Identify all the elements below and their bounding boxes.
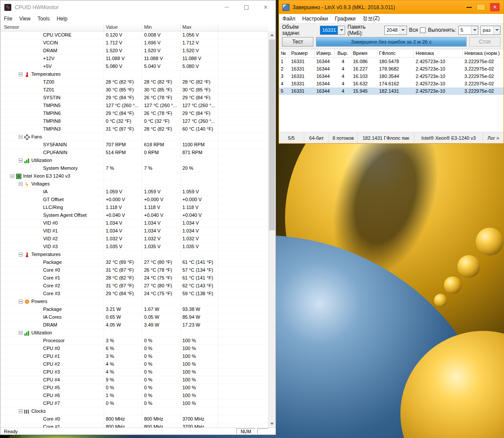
sensor-row[interactable]: TMPIN5127 °C (260 °...127 °C (260 °...12… [0, 102, 268, 110]
linx-close-button[interactable] [490, 3, 500, 11]
result-row[interactable]: 41633116344416.632174.61622.425723e-103.… [279, 80, 504, 88]
sensor-row[interactable]: Package32 °C (89 °F)27 °C (80 °F)61 °C (… [0, 259, 268, 266]
sensor-row[interactable]: Intel Xeon E3 1240 v3 [0, 172, 268, 180]
all-memory-checkbox[interactable] [420, 27, 426, 33]
expand-collapse-box[interactable] [19, 158, 23, 162]
task-size-combo[interactable]: 16331 [320, 26, 345, 35]
sensor-row[interactable]: CPU #50 %0 %100 % [0, 384, 268, 392]
sensor-row[interactable]: Powers [0, 298, 268, 306]
column-header-value[interactable]: Value [104, 24, 142, 31]
header-time[interactable]: Время [351, 49, 377, 57]
sensor-row[interactable]: System Memory7 %7 %20 % [0, 165, 268, 172]
sensor-row[interactable]: Utilization [0, 329, 268, 337]
sensor-row[interactable]: Core #329 °C (84 °F)24 °C (75 °F)59 °C (… [0, 290, 268, 298]
menu-file-ru[interactable]: Файл [279, 16, 299, 22]
sensor-row[interactable]: GT Offset+0.000 V+0.000 V+0.000 V [0, 196, 268, 204]
sensor-row[interactable]: TZ0130 °C (85 °F)30 °C (85 °F)30 °C (85 … [0, 86, 268, 94]
hwmonitor-titlebar[interactable]: CPUID HWMonitor [0, 0, 276, 14]
sensor-row[interactable]: Utilization [0, 157, 268, 165]
stop-button[interactable]: Стоп [469, 37, 501, 47]
dropdown-arrow-icon[interactable] [338, 26, 345, 34]
result-row[interactable]: 21633116344416.227178.96822.425723e-103.… [279, 65, 504, 73]
linx-minimize-button[interactable] [467, 7, 472, 8]
sensor-row[interactable]: Core #231 °C (87 °F)27 °C (80 °F)62 °C (… [0, 282, 268, 290]
sensor-row[interactable]: Core #031 °C (87 °F)26 °C (78 °F)57 °C (… [0, 266, 268, 274]
expand-collapse-box[interactable] [10, 174, 14, 178]
scroll-up-arrow[interactable] [269, 31, 276, 39]
sensor-row[interactable]: TMPIN629 °C (84 °F)26 °C (78 °F)29 °C (8… [0, 110, 268, 118]
expand-collapse-box[interactable] [19, 135, 23, 139]
sensor-row[interactable]: Package3.21 W1.67 W93.38 W [0, 306, 268, 313]
dropdown-arrow-icon[interactable] [471, 26, 478, 34]
sensor-row[interactable]: Core #1800 MHz800 MHz3700 MHz [0, 423, 268, 428]
sensor-row[interactable]: DRAM1.520 V1.520 V1.520 V [0, 47, 268, 55]
sensor-row[interactable]: System Agent Offset+0.040 V+0.040 V+0.04… [0, 212, 268, 219]
linx-maximize-button[interactable] [477, 4, 485, 10]
runs-combo[interactable]: 5 [458, 26, 478, 35]
sensor-row[interactable]: Core #128 °C (82 °F)24 °C (75 °F)61 °C (… [0, 274, 268, 282]
column-header-sensor[interactable]: Sensor [0, 24, 104, 31]
sensor-row[interactable]: Core #0800 MHz800 MHz3700 MHz [0, 415, 268, 423]
linx-titlebar[interactable]: Завершено - LinX v0.9.3 (MKL: 2018.3.011… [279, 0, 504, 14]
sensor-row[interactable]: TMPIN331 °C (87 °F)28 °C (82 °F)60 °C (1… [0, 125, 268, 133]
expand-collapse-box[interactable] [19, 72, 23, 76]
scrollbar-thumb[interactable] [269, 40, 275, 230]
sensor-row[interactable]: SYSTIN29 °C (84 °F)26 °C (78 °F)29 °C (8… [0, 94, 268, 102]
dropdown-arrow-icon[interactable] [400, 26, 407, 34]
menu-info[interactable]: 정보(Z) [359, 15, 383, 22]
sensor-row[interactable]: VCCIN1.712 V1.696 V1.712 V [0, 39, 268, 47]
column-header-min[interactable]: Min [142, 24, 181, 31]
sensor-row[interactable]: +12V11.088 V11.088 V11.088 V [0, 55, 268, 63]
sensor-row[interactable]: Temperatures [0, 71, 268, 78]
result-row[interactable]: 31633116344416.103180.35442.425723e-103.… [279, 73, 504, 80]
sensor-row[interactable]: CPUFANIN514 RPM0 RPM871 RPM [0, 149, 268, 157]
hwmonitor-minimize-button[interactable] [217, 0, 236, 14]
sensor-row[interactable]: CPU VCORE0.120 V0.008 V1.056 V [0, 31, 268, 39]
menu-help[interactable]: Help [53, 16, 71, 22]
sensor-row[interactable]: Temperatures [0, 251, 268, 259]
sensor-row[interactable]: Voltages [0, 180, 268, 188]
memory-combo[interactable]: 2048 [384, 26, 407, 35]
sensor-row[interactable]: IA1.059 V1.059 V1.059 V [0, 188, 268, 196]
sensor-row[interactable]: CPU #24 %0 %100 % [0, 361, 268, 368]
vertical-scrollbar[interactable] [268, 31, 276, 428]
expand-collapse-box[interactable] [19, 409, 23, 413]
expand-collapse-box[interactable] [19, 300, 23, 303]
header-residual-norm[interactable]: Невязка (норм.) [463, 49, 504, 57]
sensor-row[interactable]: CPU #49 %0 %100 % [0, 376, 268, 384]
header-number[interactable]: № [279, 49, 289, 57]
test-button[interactable]: Тест [282, 37, 313, 47]
header-gflops[interactable]: ГФлопс [377, 49, 414, 57]
status-log-link[interactable]: Лог > [483, 132, 504, 143]
sensor-row[interactable]: TZ0028 °C (82 °F)28 °C (82 °F)28 °C (82 … [0, 78, 268, 86]
sensor-row[interactable]: SYSFANIN707 RPM618 RPM1100 RPM [0, 141, 268, 149]
runs-unit-combo[interactable]: раз [480, 26, 501, 35]
header-size[interactable]: Размер [289, 49, 315, 57]
sensor-row[interactable]: CPU #34 %0 %100 % [0, 368, 268, 376]
result-row[interactable]: 51633116344415.945182.14312.425723e-103.… [279, 88, 504, 95]
sensor-row[interactable]: Clocks [0, 408, 268, 415]
sensor-row[interactable]: CPU #06 %0 %100 % [0, 345, 268, 353]
menu-graphs-ru[interactable]: Графики [331, 16, 359, 22]
hwmonitor-close-button[interactable] [256, 0, 276, 14]
sensor-row[interactable]: CPU #70 %0 %100 % [0, 400, 268, 408]
sensor-row[interactable]: VID #21.032 V1.032 V1.032 V [0, 235, 268, 243]
sensor-row[interactable]: Fans [0, 133, 268, 141]
expand-collapse-box[interactable] [19, 331, 23, 335]
column-header-max[interactable]: Max [181, 24, 218, 31]
sensor-row[interactable]: +5V5.080 V5.040 V5.080 V [0, 63, 268, 71]
sensor-row[interactable]: CPU #13 %0 %100 % [0, 353, 268, 361]
header-lda[interactable]: Измер. [315, 49, 335, 57]
sensor-row[interactable]: Processor3 %0 %100 % [0, 337, 268, 345]
sensor-row[interactable]: VID #11.034 V1.034 V1.034 V [0, 227, 268, 235]
sensor-row[interactable]: VID #31.035 V1.035 V1.035 V [0, 243, 268, 251]
sensor-row[interactable]: VID #01.034 V1.034 V1.034 V [0, 219, 268, 227]
menu-tools[interactable]: Tools [34, 16, 53, 22]
expand-collapse-box[interactable] [19, 253, 23, 256]
sensor-row[interactable]: TMPIN80 °C (32 °F)0 °C (32 °F)127 °C (26… [0, 118, 268, 125]
hwmonitor-maximize-button[interactable] [236, 0, 256, 14]
sensor-row[interactable]: LLC/Ring1.118 V1.118 V1.118 V [0, 204, 268, 212]
dropdown-arrow-icon[interactable] [493, 26, 500, 34]
result-row[interactable]: 11633116344416.086180.54782.425723e-103.… [279, 58, 504, 65]
sensor-row[interactable]: DRAM4.05 W3.49 W17.23 W [0, 321, 268, 329]
